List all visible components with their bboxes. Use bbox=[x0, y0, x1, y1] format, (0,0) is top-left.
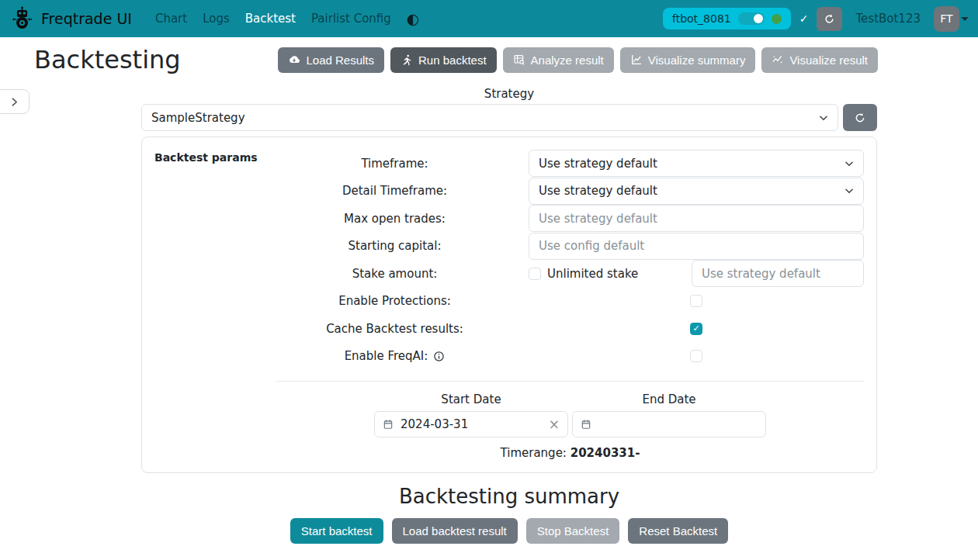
page-title: Backtesting bbox=[34, 45, 181, 74]
strategy-select[interactable]: SampleStrategy bbox=[141, 104, 838, 131]
freqtrade-robot-icon bbox=[9, 6, 35, 32]
unlimited-stake-label: Unlimited stake bbox=[547, 267, 638, 281]
max-open-trades-label: Max open trades: bbox=[276, 212, 513, 226]
backtest-main: Strategy SampleStrategy Backtest params … bbox=[141, 87, 877, 544]
strategy-label: Strategy bbox=[141, 87, 877, 101]
form-divider bbox=[276, 381, 864, 382]
load-backtest-result-button[interactable]: Load backtest result bbox=[392, 518, 518, 544]
start-date-input[interactable]: 2024-03-31 × bbox=[374, 411, 568, 437]
starting-capital-label: Starting capital: bbox=[276, 239, 513, 253]
bot-status-check-icon: ✓ bbox=[799, 12, 809, 25]
timerange-value: 20240331- bbox=[570, 446, 640, 460]
chart-timeline-icon bbox=[772, 54, 784, 66]
timeframe-label: Timeframe: bbox=[276, 157, 513, 171]
page-header: Backtesting Load Results Run backtest bbox=[0, 37, 978, 78]
card-legend: Backtest params bbox=[154, 150, 276, 460]
refresh-strategy-button[interactable] bbox=[843, 104, 877, 131]
summary-buttons: Start backtest Load backtest result Stop… bbox=[141, 518, 877, 544]
end-date-input[interactable] bbox=[572, 411, 766, 437]
backtest-params-card: Backtest params Timeframe: Use strategy … bbox=[141, 137, 877, 473]
bot-online-dot bbox=[772, 14, 782, 24]
enable-protections-row: Enable Protections: bbox=[276, 288, 864, 316]
timeframe-select[interactable]: Use strategy default bbox=[529, 150, 864, 177]
bot-selector[interactable]: ftbot_8081 bbox=[663, 8, 791, 29]
date-labels: Start Date End Date bbox=[276, 389, 864, 411]
timerange-line: Timerange: 20240331- bbox=[276, 446, 864, 460]
table-search-icon bbox=[513, 54, 525, 66]
bot-login-name: TestBot123 bbox=[849, 12, 927, 26]
stake-amount-input[interactable] bbox=[692, 260, 864, 287]
refresh-icon bbox=[854, 112, 866, 124]
timerange-label: Timerange: bbox=[501, 446, 567, 460]
navbar: Freqtrade UI Chart Logs Backtest Pairlis… bbox=[0, 0, 978, 37]
chart-line-icon bbox=[630, 54, 643, 66]
detail-timeframe-row: Detail Timeframe: Use strategy default bbox=[276, 178, 864, 206]
nav-item-backtest[interactable]: Backtest bbox=[238, 12, 303, 26]
starting-capital-input[interactable] bbox=[529, 233, 864, 260]
enable-protections-checkbox[interactable] bbox=[690, 295, 702, 307]
starting-capital-row: Starting capital: bbox=[276, 233, 864, 261]
calendar-icon bbox=[383, 419, 394, 430]
stake-amount-label: Stake amount: bbox=[276, 267, 513, 281]
cloud-download-icon bbox=[288, 54, 300, 66]
bot-name: ftbot_8081 bbox=[672, 12, 731, 25]
info-icon[interactable] bbox=[433, 351, 445, 362]
visualize-result-button[interactable]: Visualize result bbox=[761, 47, 878, 73]
summary-title: Backtesting summary bbox=[141, 485, 877, 508]
max-open-trades-input[interactable] bbox=[529, 205, 864, 232]
reload-bot-button[interactable] bbox=[817, 7, 842, 31]
strategy-row: SampleStrategy bbox=[141, 104, 877, 131]
calendar-icon bbox=[581, 419, 591, 430]
run-icon bbox=[401, 54, 413, 66]
brand-title: Freqtrade UI bbox=[41, 10, 132, 27]
cache-results-row: Cache Backtest results: ✓ bbox=[276, 315, 864, 343]
end-date-label: End Date bbox=[572, 389, 766, 411]
reset-backtest-button[interactable]: Reset Backtest bbox=[628, 518, 728, 544]
detail-timeframe-select[interactable]: Use strategy default bbox=[529, 178, 864, 205]
timeframe-row: Timeframe: Use strategy default bbox=[276, 150, 864, 178]
toggle-knob bbox=[754, 14, 763, 23]
stake-amount-row: Stake amount: Unlimited stake bbox=[276, 260, 864, 288]
start-date-label: Start Date bbox=[374, 389, 568, 411]
theme-toggle-icon[interactable]: ◐ bbox=[407, 12, 420, 26]
cache-results-checkbox[interactable]: ✓ bbox=[690, 323, 702, 335]
chevron-right-icon bbox=[9, 97, 19, 107]
clear-date-icon[interactable]: × bbox=[549, 418, 560, 431]
cache-results-label: Cache Backtest results: bbox=[276, 322, 513, 336]
enable-freqai-checkbox[interactable] bbox=[690, 350, 702, 362]
nav-item-chart[interactable]: Chart bbox=[147, 12, 195, 26]
backtest-params-form: Timeframe: Use strategy default Detail T… bbox=[276, 150, 864, 460]
enable-freqai-label: Enable FreqAI: bbox=[345, 349, 428, 363]
start-date-value: 2024-03-31 bbox=[401, 417, 468, 431]
avatar: FT bbox=[934, 6, 959, 32]
navbar-right: ftbot_8081 ✓ TestBot123 FT bbox=[663, 6, 969, 32]
bot-enable-toggle[interactable] bbox=[738, 12, 765, 25]
start-backtest-button[interactable]: Start backtest bbox=[290, 518, 383, 544]
stop-backtest-button[interactable]: Stop Backtest bbox=[526, 518, 620, 544]
run-backtest-button[interactable]: Run backtest bbox=[390, 47, 497, 73]
max-open-trades-row: Max open trades: bbox=[276, 205, 864, 233]
detail-timeframe-label: Detail Timeframe: bbox=[276, 184, 513, 198]
nav-item-pairlist-config[interactable]: Pairlist Config bbox=[303, 12, 399, 26]
brand[interactable]: Freqtrade UI bbox=[9, 6, 132, 32]
enable-freqai-row: Enable FreqAI: bbox=[276, 343, 864, 371]
account-menu[interactable]: FT bbox=[934, 6, 969, 32]
nav-item-logs[interactable]: Logs bbox=[195, 12, 238, 26]
enable-protections-label: Enable Protections: bbox=[276, 294, 513, 308]
analyze-result-button[interactable]: Analyze result bbox=[503, 47, 614, 73]
unlimited-stake-checkbox[interactable] bbox=[529, 268, 541, 280]
refresh-icon bbox=[824, 13, 835, 25]
chevron-down-icon bbox=[961, 17, 969, 21]
load-results-button[interactable]: Load Results bbox=[278, 47, 384, 73]
visualize-summary-button[interactable]: Visualize summary bbox=[620, 47, 756, 73]
date-inputs: 2024-03-31 × bbox=[276, 411, 864, 437]
sidebar-expand-button[interactable] bbox=[0, 89, 29, 114]
